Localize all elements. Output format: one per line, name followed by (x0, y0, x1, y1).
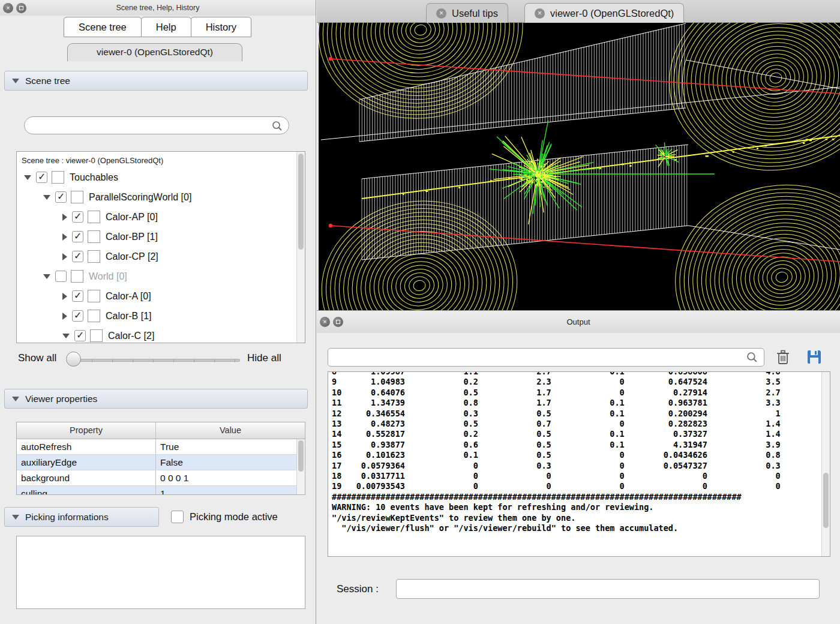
close-icon[interactable]: × (320, 317, 330, 327)
color-swatch-box[interactable] (88, 250, 100, 263)
undock-icon[interactable] (16, 3, 26, 13)
output-title: Output (317, 317, 840, 326)
property-cell: background (17, 470, 156, 485)
undock-icon[interactable] (333, 317, 343, 327)
dock-titlebar: × Scene tree, Help, History (0, 0, 316, 16)
collapse-triangle-icon (12, 515, 19, 520)
table-row[interactable]: auxiliaryEdge False (17, 455, 305, 470)
property-cell: culling (17, 486, 156, 495)
tree-scrollbar[interactable] (296, 152, 305, 343)
tree-item-parallelscoringworld[interactable]: ParallelScoringWorld [0] (17, 187, 305, 207)
scene-tree-dock: × Scene tree, Help, History Scene tree H… (0, 0, 316, 624)
color-swatch-box[interactable] (88, 230, 100, 243)
tab-useful-tips[interactable]: × Useful tips (426, 3, 508, 23)
checkbox-checked[interactable] (72, 290, 83, 302)
opengl-viewport[interactable] (319, 23, 840, 310)
expander-closed-icon[interactable] (62, 214, 67, 221)
checkbox-checked[interactable] (72, 231, 83, 242)
slider-tick (235, 359, 235, 362)
output-dock: × Output (317, 310, 840, 624)
checkbox-unchecked[interactable] (55, 271, 67, 282)
console-scrollbar[interactable] (821, 372, 830, 556)
color-swatch-box[interactable] (88, 310, 100, 322)
color-swatch-box[interactable] (71, 270, 83, 283)
tab-scene-tree[interactable]: Scene tree (64, 17, 142, 37)
hide-all-label: Hide all (247, 352, 281, 364)
value-cell[interactable]: 1 (156, 486, 305, 495)
value-cell[interactable]: True (156, 439, 305, 454)
tree-item-calor-bp[interactable]: Calor-BP [1] (17, 227, 305, 247)
close-icon[interactable]: × (535, 8, 545, 19)
tree-item-calor-ap[interactable]: Calor-AP [0] (17, 207, 305, 227)
scene-tree-search-input[interactable] (32, 118, 266, 133)
scene-tree-view: Scene tree : viewer-0 (OpenGLStoredQt) T… (16, 151, 305, 343)
depth-slider-thumb[interactable] (66, 352, 81, 367)
expander-closed-icon[interactable] (62, 233, 67, 241)
expander-open-icon[interactable] (62, 334, 70, 338)
search-icon (746, 352, 758, 363)
checkbox-checked[interactable] (36, 172, 47, 183)
tab-viewer-0-opengl[interactable]: × viewer-0 (OpenGLStoredQt) (524, 3, 684, 23)
save-icon[interactable] (805, 348, 823, 366)
table-scrollbar-thumb[interactable] (298, 440, 304, 472)
color-swatch-box[interactable] (52, 171, 64, 184)
table-row[interactable]: background 0 0 0 1 (17, 470, 305, 486)
tree-item-touchables[interactable]: Touchables (17, 167, 305, 187)
checkbox-checked[interactable] (55, 191, 67, 203)
tree-scrollbar-thumb[interactable] (298, 154, 304, 250)
checkbox-checked[interactable] (72, 251, 83, 262)
expander-open-icon[interactable] (24, 175, 31, 180)
tab-help[interactable]: Help (141, 17, 191, 37)
color-swatch-box[interactable] (90, 329, 103, 342)
scene-tree-section-header[interactable]: Scene tree (4, 71, 308, 91)
expander-closed-icon[interactable] (62, 293, 67, 300)
table-row[interactable]: culling 1 (17, 486, 305, 495)
tree-item-label: Calor-A [0] (106, 291, 151, 302)
tab-viewer-0[interactable]: viewer-0 (OpenGLStoredQt) (67, 43, 242, 61)
tree-item-calor-b[interactable]: Calor-B [1] (17, 306, 305, 326)
trash-icon[interactable] (774, 348, 792, 366)
picking-section-header[interactable]: Picking informations (4, 507, 159, 527)
tree-item-label: Calor-C [2] (108, 331, 154, 341)
output-search-input[interactable] (334, 350, 742, 364)
value-cell[interactable]: 0 0 0 1 (156, 470, 305, 485)
close-icon[interactable]: × (3, 3, 13, 13)
tree-item-world[interactable]: World [0] (17, 266, 305, 286)
viewer-and-output-area: × Useful tips × viewer-0 (OpenGLStoredQt… (317, 0, 840, 624)
color-swatch-box[interactable] (88, 290, 100, 302)
section-title: Picking informations (25, 512, 109, 523)
picking-mode-checkbox[interactable] (171, 511, 184, 523)
slider-tick (214, 359, 215, 362)
depth-slider-track[interactable] (71, 359, 240, 362)
session-input[interactable] (396, 579, 820, 599)
checkbox-checked[interactable] (72, 211, 83, 223)
output-console[interactable]: 8 1.09987 1.1 2.7 0.1 0.858808 4.8 9 1.0… (328, 371, 830, 557)
viewport-canvas[interactable] (319, 23, 840, 310)
checkbox-checked[interactable] (74, 330, 86, 341)
tree-item-calor-cp[interactable]: Calor-CP [2] (17, 247, 305, 266)
expander-closed-icon[interactable] (62, 313, 67, 320)
column-header-value[interactable]: Value (156, 422, 305, 439)
color-swatch-box[interactable] (71, 191, 83, 203)
color-swatch-box[interactable] (88, 211, 100, 223)
viewer-properties-section-header[interactable]: Viewer properties (4, 389, 308, 409)
expander-open-icon[interactable] (43, 195, 50, 200)
expander-open-icon[interactable] (43, 274, 50, 279)
property-cell: auxiliaryEdge (17, 455, 156, 470)
tree-item-calor-c[interactable]: Calor-C [2] (17, 326, 305, 343)
checkbox-checked[interactable] (72, 310, 83, 322)
value-cell[interactable]: False (156, 455, 305, 470)
viewer-properties-table: Property Value autoRefresh True auxiliar… (16, 422, 305, 495)
tab-history[interactable]: History (191, 17, 251, 37)
column-header-property[interactable]: Property (17, 422, 156, 439)
output-search (328, 348, 764, 367)
slider-tick (92, 359, 92, 362)
slider-tick (153, 359, 154, 362)
table-scrollbar[interactable] (296, 439, 305, 494)
console-scrollbar-thumb[interactable] (823, 473, 829, 528)
close-icon[interactable]: × (436, 8, 446, 19)
table-row[interactable]: autoRefresh True (17, 439, 305, 455)
property-cell: autoRefresh (17, 439, 156, 454)
expander-closed-icon[interactable] (62, 253, 67, 260)
tree-item-calor-a[interactable]: Calor-A [0] (17, 286, 305, 306)
